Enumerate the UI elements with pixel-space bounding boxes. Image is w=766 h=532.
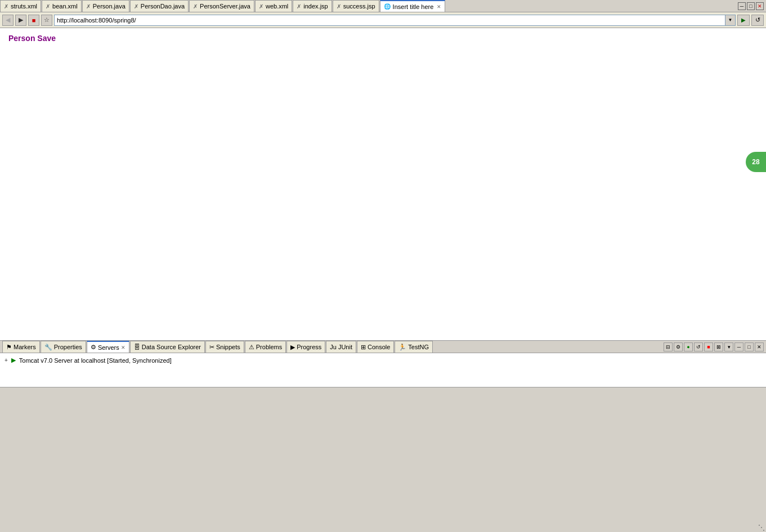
- tab-label: index.jsp: [303, 3, 328, 10]
- tab-label: success.jsp: [343, 3, 375, 10]
- servers-icon: ⚙: [91, 344, 96, 351]
- tab-label: Insert title here: [393, 3, 434, 10]
- tab-label: Progress: [297, 344, 321, 350]
- server-entry-row: + ▶ Tomcat v7.0 Server at localhost [Sta…: [5, 355, 761, 365]
- close-button[interactable]: ✕: [756, 2, 764, 10]
- problems-icon: ⚠: [249, 344, 254, 351]
- tab-console[interactable]: ⊞ Console: [357, 341, 394, 353]
- editor-tab-bar: ✗ struts.xml ✗ bean.xml ✗ Person.java ✗ …: [0, 0, 766, 12]
- browser-viewport: Person Save 28: [0, 28, 766, 340]
- stop-button[interactable]: ■: [28, 15, 39, 26]
- tab-junit[interactable]: Ju JUnit: [326, 341, 356, 353]
- tab-label: PersonDao.java: [141, 3, 185, 10]
- tab-label: Data Source Explorer: [142, 344, 201, 350]
- minimize-button[interactable]: ─: [738, 2, 746, 10]
- tab-index-jsp[interactable]: ✗ index.jsp: [293, 0, 332, 12]
- tab-problems[interactable]: ⚠ Problems: [245, 341, 286, 353]
- junit-icon: Ju: [330, 344, 337, 350]
- tab-label: Console: [368, 344, 390, 350]
- file-icon: ✗: [134, 3, 138, 10]
- file-icon: ✗: [86, 3, 91, 10]
- tab-label: struts.xml: [11, 3, 37, 10]
- tab-label: Problems: [256, 344, 282, 350]
- tab-bean-xml[interactable]: ✗ bean.xml: [42, 0, 82, 12]
- file-icon: ✗: [193, 3, 198, 10]
- run-button[interactable]: ●: [684, 342, 693, 351]
- refresh-button[interactable]: ↺: [751, 15, 764, 26]
- tab-web-xml[interactable]: ✗ web.xml: [255, 0, 292, 12]
- markers-icon: ⚑: [6, 344, 12, 351]
- tab-label: Markers: [14, 344, 36, 350]
- forward-button[interactable]: ▶: [15, 15, 26, 26]
- browser-toolbar: ◀ ▶ ■ ☆ ▼ ▶ ↺: [0, 12, 766, 28]
- stop-server-button[interactable]: ■: [704, 342, 713, 351]
- console-icon: ⊞: [361, 344, 366, 351]
- server-status-icon: ▶: [11, 357, 16, 364]
- browser-icon: 🌐: [384, 3, 391, 10]
- reload-button[interactable]: ↺: [694, 342, 703, 351]
- tab-label: Servers: [98, 344, 119, 351]
- more-button[interactable]: ▾: [724, 342, 733, 351]
- debug-button[interactable]: ⊠: [714, 342, 723, 351]
- tab-persondao-java[interactable]: ✗ PersonDao.java: [130, 0, 189, 12]
- tab-snippets[interactable]: ✂ Snippets: [205, 341, 244, 353]
- tab-label: bean.xml: [52, 3, 78, 10]
- file-icon: ✗: [4, 3, 8, 10]
- address-input[interactable]: [54, 15, 725, 26]
- back-button[interactable]: ◀: [2, 15, 14, 26]
- file-icon: ✗: [259, 3, 263, 10]
- lower-workspace-area: [0, 387, 766, 532]
- tab-markers[interactable]: ⚑ Markers: [2, 341, 40, 353]
- datasource-icon: 🗄: [134, 344, 140, 350]
- server-label: Tomcat v7.0 Server at localhost [Started…: [19, 357, 172, 364]
- close-panel-button[interactable]: ✕: [755, 342, 764, 351]
- snippets-icon: ✂: [209, 344, 214, 351]
- expand-icon[interactable]: +: [5, 357, 8, 363]
- tab-struts-xml[interactable]: ✗ struts.xml: [0, 0, 41, 12]
- tab-close-icon[interactable]: ✕: [437, 4, 441, 10]
- minimize-panel-button[interactable]: ─: [734, 342, 743, 351]
- resize-handle[interactable]: ⋱: [757, 523, 766, 532]
- tab-insert-title[interactable]: 🌐 Insert title here ✕: [380, 0, 446, 12]
- browser-content: Person Save: [0, 28, 766, 340]
- bookmarks-button[interactable]: ☆: [41, 15, 52, 26]
- go-button[interactable]: ▶: [737, 15, 750, 26]
- file-icon: ✗: [46, 3, 50, 10]
- restore-button[interactable]: □: [747, 2, 755, 10]
- settings-button[interactable]: ⚙: [674, 342, 683, 351]
- tab-testng[interactable]: 🏃 TestNG: [395, 341, 433, 353]
- servers-panel-content: + ▶ Tomcat v7.0 Server at localhost [Sta…: [0, 353, 766, 387]
- file-icon: ✗: [297, 3, 301, 10]
- tab-success-jsp[interactable]: ✗ success.jsp: [333, 0, 379, 12]
- tab-label: Snippets: [216, 344, 240, 350]
- tab-label: web.xml: [266, 3, 288, 10]
- tab-label: PersonServer.java: [200, 3, 250, 10]
- properties-icon: 🔧: [44, 344, 52, 351]
- tab-data-source[interactable]: 🗄 Data Source Explorer: [130, 341, 205, 353]
- progress-icon: ▶: [290, 344, 295, 351]
- window-controls: ─ □ ✕: [738, 0, 766, 12]
- tab-person-java[interactable]: ✗ Person.java: [82, 0, 129, 12]
- new-window-button[interactable]: ⊟: [664, 342, 673, 351]
- address-bar-container: ▼: [54, 15, 736, 26]
- address-dropdown-button[interactable]: ▼: [725, 15, 736, 26]
- tab-label: TestNG: [408, 344, 429, 350]
- tab-personserver-java[interactable]: ✗ PersonServer.java: [189, 0, 254, 12]
- person-save-link[interactable]: Person Save: [8, 34, 56, 43]
- tab-servers[interactable]: ⚙ Servers ✕: [87, 341, 129, 353]
- tab-label: JUnit: [338, 344, 352, 350]
- tab-properties[interactable]: 🔧 Properties: [41, 341, 86, 353]
- bottom-panel: ⚑ Markers 🔧 Properties ⚙ Servers ✕ 🗄 Dat…: [0, 340, 766, 387]
- tab-label: Person.java: [93, 3, 126, 10]
- testng-icon: 🏃: [398, 344, 406, 351]
- file-icon: ✗: [337, 3, 341, 10]
- tab-progress[interactable]: ▶ Progress: [286, 341, 325, 353]
- tab-label: Properties: [54, 344, 82, 350]
- notification-badge[interactable]: 28: [746, 152, 766, 172]
- maximize-panel-button[interactable]: □: [745, 342, 754, 351]
- tab-close-icon[interactable]: ✕: [121, 345, 126, 350]
- bottom-tab-bar: ⚑ Markers 🔧 Properties ⚙ Servers ✕ 🗄 Dat…: [0, 341, 766, 353]
- bottom-panel-actions: ⊟ ⚙ ● ↺ ■ ⊠ ▾ ─ □ ✕: [664, 341, 764, 353]
